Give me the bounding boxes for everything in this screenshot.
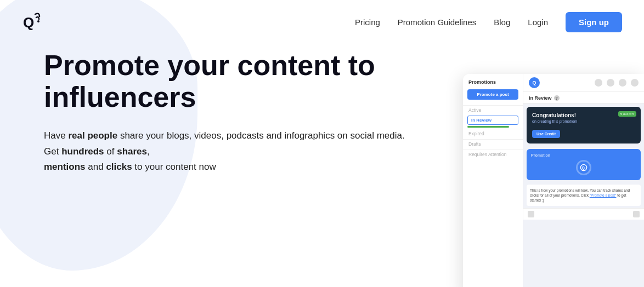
nav-promotion-guidelines[interactable]: Promotion Guidelines [398, 18, 476, 27]
help-icon[interactable]: ? [554, 95, 560, 101]
in-review-header: In Review ? [523, 92, 644, 104]
app-window: Promotions Promote a post Active In Revi… [463, 74, 644, 287]
hero-description: Have real people share your blogs, video… [44, 128, 417, 174]
signup-button[interactable]: Sign up [566, 12, 622, 32]
status-active-label: Active [463, 105, 523, 114]
nav-blog[interactable]: Blog [494, 18, 510, 27]
topbar-icon-2 [607, 79, 614, 87]
in-review-label: In Review [529, 95, 552, 101]
bottom-view-icon[interactable] [633, 211, 640, 217]
promo-desc-link[interactable]: "Promote a post" [590, 193, 617, 197]
promotion-description-card: This is how your promotions will look. Y… [527, 185, 641, 206]
congratulations-card: 5 out of 5 Congratulations! on creating … [527, 107, 641, 144]
promote-post-button[interactable]: Promote a post [467, 89, 518, 100]
logo: Q [20, 10, 44, 34]
promotion-logo-icon: Q [580, 164, 587, 171]
topbar-icons [595, 79, 639, 87]
nav-login[interactable]: Login [528, 18, 548, 27]
logo-icon: Q [20, 10, 44, 34]
status-in-review-item[interactable]: In Review [467, 116, 518, 125]
app-logo-small: Q [529, 77, 540, 88]
promotions-sidebar: Promotions Promote a post Active In Revi… [463, 74, 523, 287]
progress-badge: 5 out of 5 [618, 111, 636, 117]
navigation: Pricing Promotion Guidelines Blog Login … [355, 12, 622, 32]
svg-text:Q: Q [23, 14, 34, 31]
svg-text:Q: Q [582, 166, 585, 170]
promotion-logo-ring: Q [576, 160, 591, 175]
in-review-panel: Q In Review ? 5 out of 5 Congr [523, 74, 644, 287]
nav-pricing[interactable]: Pricing [355, 18, 380, 27]
promotion-label: Promotion [531, 153, 636, 157]
status-drafts-label: Drafts [463, 139, 523, 148]
promotion-logo-area: Q [531, 159, 636, 176]
promotion-card: Promotion Q [527, 149, 641, 180]
app-bottom-bar [523, 208, 644, 220]
promotions-title: Promotions [463, 78, 523, 88]
svg-point-1 [37, 20, 39, 22]
app-preview: Promotions Promote a post Active In Revi… [468, 74, 644, 287]
topbar-icon-1 [595, 79, 602, 87]
in-review-progress-bar [467, 126, 509, 128]
status-requires-attention-label: Requires Attention [463, 150, 523, 159]
app-topbar: Q [523, 74, 644, 92]
hero-title: Promote your content to influencers [44, 49, 417, 113]
congrats-subtitle: on creating this promotion! [532, 119, 635, 123]
status-expired-label: Expired [463, 129, 523, 138]
topbar-icon-3 [619, 79, 626, 87]
bottom-edit-icon[interactable] [528, 211, 534, 217]
hero-section: Promote your content to influencers Have… [44, 44, 417, 175]
topbar-icon-4 [631, 79, 639, 87]
header: Q Pricing Promotion Guidelines Blog Logi… [0, 0, 644, 44]
use-credit-button[interactable]: Use Credit [532, 130, 560, 138]
